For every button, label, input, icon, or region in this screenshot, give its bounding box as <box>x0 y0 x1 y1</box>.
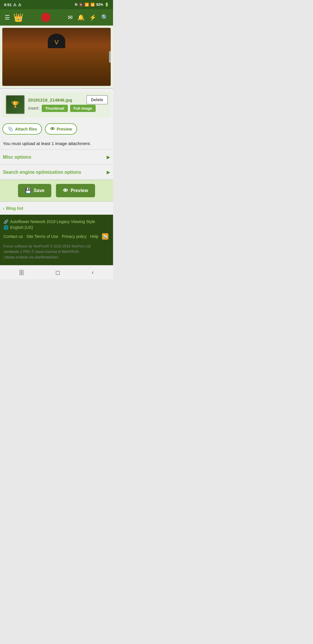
site-terms-link[interactable]: Site Terms of Use <box>26 234 58 239</box>
footer-brand-text: Autoflower Network 2018 Legacy Viewing S… <box>10 219 95 224</box>
signal-icon: 📶 <box>90 3 95 7</box>
image-preview-wrapper: V <box>0 26 113 89</box>
blog-list-link[interactable]: ‹ Blog list <box>3 206 110 211</box>
warning-text: You must upload at least 1 image attachm… <box>3 141 91 146</box>
attach-files-button[interactable]: 📎 Attach files <box>2 123 42 135</box>
footer-copyright: Forum software by XenForo® © 2010-2019 X… <box>3 244 110 261</box>
alert-icon-2: ⚠ <box>18 3 21 7</box>
preview-label-top: Preview <box>57 127 72 131</box>
record-button[interactable] <box>41 13 50 22</box>
delete-button[interactable]: Delete <box>86 95 108 104</box>
status-right: N 🔇 📶 📶 92% 🔋 <box>75 3 109 7</box>
warning-message: You must upload at least 1 image attachm… <box>0 138 113 149</box>
insert-row: Insert: Thumbnail Full image <box>28 105 107 112</box>
hamburger-icon[interactable]: ☰ <box>5 14 10 21</box>
wifi-icon: 📶 <box>85 3 89 7</box>
attachment-section: 🏆 20191218_214846.jpg Insert: Thumbnail … <box>2 92 111 117</box>
misc-options-row[interactable]: Misc options ▶ <box>0 149 113 164</box>
image-v-shape: V <box>54 39 59 46</box>
nav-left: ☰ 👑 <box>5 13 23 22</box>
footer-language[interactable]: 🌐 English (US) <box>3 225 110 230</box>
save-label: Save <box>34 188 44 193</box>
seo-options-label: Search engine optimization options <box>3 170 81 175</box>
scroll-indicator[interactable] <box>109 51 111 63</box>
back-button[interactable]: ‹ <box>92 269 94 276</box>
blog-list-label: Blog list <box>6 206 23 211</box>
search-icon[interactable]: 🔍 <box>101 14 108 21</box>
footer-brand: 🔗 Autoflower Network 2018 Legacy Viewing… <box>3 219 110 224</box>
misc-options-label: Misc options <box>3 155 31 160</box>
preview-button-top[interactable]: 👁 Preview <box>45 123 77 135</box>
main-content: V 🏆 20191218_214846.jpg Insert: Thumbnai… <box>0 26 113 265</box>
blog-list-row: ‹ Blog list <box>0 202 113 215</box>
bell-icon[interactable]: 🔔 <box>77 14 85 21</box>
status-left: 9:51 ⚠ ⚠ <box>4 3 21 7</box>
insert-label: Insert: <box>28 106 39 111</box>
image-preview: V <box>2 28 111 86</box>
thumb-icon: 🏆 <box>11 101 19 108</box>
footer: 🔗 Autoflower Network 2018 Legacy Viewing… <box>0 215 113 265</box>
battery-pct: 92% <box>96 3 103 7</box>
android-nav-bar: ||| ◻ ‹ <box>0 265 113 279</box>
lightning-icon[interactable]: ⚡ <box>89 14 97 21</box>
link-icon: 🔗 <box>3 219 8 224</box>
copyright-line-2: XenMedio 2 PRO © Jason Axelrod of 8WAYRU… <box>3 249 110 255</box>
full-image-button[interactable]: Full image <box>70 105 96 112</box>
nav-icons: ✉ 🔔 ⚡ 🔍 <box>68 14 108 21</box>
recent-apps-button[interactable]: ||| <box>19 269 24 276</box>
contact-us-link[interactable]: Contact us <box>3 234 23 239</box>
privacy-policy-link[interactable]: Privacy policy <box>62 234 87 239</box>
language-text: English (US) <box>10 225 33 230</box>
image-dark-object: V <box>48 34 65 48</box>
globe-icon: 🌐 <box>3 225 8 230</box>
eye-icon-bottom: 👁 <box>63 188 68 194</box>
help-link[interactable]: Help <box>90 234 99 239</box>
footer-links: Contact us Site Terms of Use Privacy pol… <box>3 233 110 240</box>
thumbnail-button[interactable]: Thumbnail <box>42 105 68 112</box>
back-arrow-icon: ‹ <box>3 206 4 211</box>
copyright-line-1: Forum software by XenForo® © 2010-2019 X… <box>3 244 110 249</box>
preview-label-bottom: Preview <box>70 188 88 193</box>
save-button[interactable]: 💾 Save <box>18 184 51 197</box>
paperclip-icon: 📎 <box>8 126 13 132</box>
attach-files-label: Attach files <box>15 127 37 131</box>
misc-options-arrow: ▶ <box>107 154 110 160</box>
alert-icon-1: ⚠ <box>13 3 17 7</box>
copyright-line-3: | Media embeds via s9e/MediaSites <box>3 255 110 260</box>
save-icon: 💾 <box>25 187 31 194</box>
battery-icon: 🔋 <box>105 3 109 7</box>
mail-icon[interactable]: ✉ <box>68 14 73 21</box>
eye-icon-top: 👁 <box>50 126 55 132</box>
attachment-thumbnail: 🏆 <box>6 95 25 114</box>
mute-icon: 🔇 <box>79 3 83 7</box>
time: 9:51 <box>4 3 12 7</box>
rss-icon[interactable]: 📡 <box>102 233 108 240</box>
site-logo[interactable]: 👑 <box>13 13 23 22</box>
bottom-action-bar: 💾 Save 👁 Preview <box>0 180 113 202</box>
preview-button-bottom[interactable]: 👁 Preview <box>56 184 95 197</box>
home-button[interactable]: ◻ <box>55 269 60 276</box>
nfc-icon: N <box>75 3 77 7</box>
seo-options-arrow: ▶ <box>107 169 110 175</box>
seo-options-row[interactable]: Search engine optimization options ▶ <box>0 164 113 180</box>
action-buttons: 📎 Attach files 👁 Preview <box>0 120 113 138</box>
nav-bar: ☰ 👑 ✉ 🔔 ⚡ 🔍 <box>0 9 113 26</box>
status-bar: 9:51 ⚠ ⚠ N 🔇 📶 📶 92% 🔋 <box>0 0 113 9</box>
